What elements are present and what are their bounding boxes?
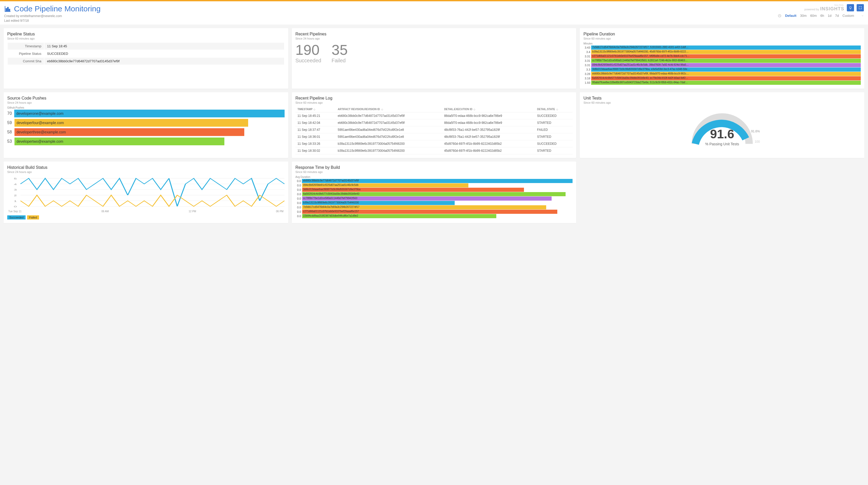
succeeded-value: 190 [296, 43, 321, 57]
column-header[interactable]: DETAIL.EXECUTION ID ◇ [442, 106, 535, 113]
bar-row[interactable]: 0.0b39a13115c9f869e6c3919773004a05754f48… [296, 201, 573, 205]
bar-row[interactable]: 3.4b39a13115c9f869e6c3919773004a05754f48… [583, 50, 861, 54]
bar-label: cc78f0b77be1d2ce580a511449d7fef79941f563… [591, 59, 861, 63]
bar-value: 3.31 [583, 59, 591, 62]
bar-value: 3.4 [583, 51, 591, 54]
bar-row[interactable]: 0.03d6b313daae6ae390872d3c99d555587d9e37… [296, 188, 573, 192]
chevron-down-icon[interactable] [861, 14, 864, 17]
cell-exec: 48cf8f33-76a1-442f-be57-352795a1829f [442, 133, 535, 141]
bar-value: 0.0 [296, 210, 302, 213]
cell-ts: 11 Sep 18:42:04 [296, 119, 336, 126]
lightbulb-button[interactable] [847, 4, 854, 11]
bar-label: developertwo@example.com [14, 138, 224, 145]
kv-key: Pipeline Status [8, 50, 44, 57]
bar-label: developerfour@example.com [14, 119, 248, 127]
bar-row[interactable]: 3.28eb680c38bb0c9e77d64872d7707ad3145d37… [583, 72, 861, 76]
bar-row[interactable]: 0.0eb680c38bb0c9e77d64872d7707ad3145d37e… [296, 179, 573, 183]
cell-exec: 45d9760d-697f-4f1b-8b99-8222402d85b2 [442, 141, 535, 147]
bar-row[interactable]: 3.186a582914c4c6fe577c5841ba5bc39dbb391b… [583, 76, 861, 81]
pipeline-status-table: Timestamp11 Sep 18:45Pipeline StatusSUCC… [7, 42, 285, 65]
cell-state: FAILED [535, 126, 573, 133]
gauge-pct: 91.6% [751, 129, 760, 133]
bar-value: 3.18 [583, 77, 591, 80]
bar-row[interactable]: 58developerthree@example.com [7, 128, 285, 136]
x-label: 06 AM [101, 210, 108, 213]
bar-value: 53 [7, 139, 14, 144]
table-row[interactable]: 11 Sep 18:37:475991ae49be430ad8a04ed676d… [296, 126, 573, 133]
cell-ts: 11 Sep 18:45:21 [296, 113, 336, 119]
legend-failed[interactable]: Failed [27, 215, 39, 219]
bar-label: 094c8b826f3bb91cf225d07aa251ad1c46c9c5db [302, 183, 469, 187]
bar-label: 7e9db17cd5476b64c0a7b69a3c294b267227df17 [302, 205, 546, 209]
time-option-custom[interactable]: Custom [842, 14, 854, 18]
column-header[interactable]: ARTIFACT REVISION.REVISION ID ◇ [336, 106, 442, 113]
bar-label: eb680c38bb0c9e77d64872d7707ad3145d37ef9f [302, 179, 572, 183]
card-source-pushes: Source Code Pushes Since 24 hours ago Gi… [4, 92, 288, 158]
card-since: Since 60 minutes ago [7, 37, 285, 40]
bar-row[interactable]: 3.437e9db17cd5476b64c0a7b69a3c294b267227… [583, 46, 861, 50]
bar-value: 3.31 [583, 64, 591, 67]
bar-value: 0.0 [296, 215, 302, 218]
column-header[interactable]: TIMESTAMP ◇ [296, 106, 336, 113]
bar-value: 3.28 [583, 72, 591, 75]
expand-button[interactable] [857, 4, 864, 11]
bar-row[interactable]: 0.0cc78f0b77be1d2ce580a511449d7fef79941f… [296, 196, 573, 201]
bar-row[interactable]: 0.022b94cdd9aa153f2387d03dbe94fcdf6e7a1d… [296, 214, 573, 218]
bar-label: developerthree@example.com [14, 128, 244, 136]
bar-row[interactable]: 0.07e9db17cd5476b64c0a7b69a3c294b267227d… [296, 205, 573, 209]
bar-row[interactable]: 70developerone@example.com [7, 110, 285, 117]
column-header[interactable]: DETAIL.STATE ◇ [535, 106, 573, 113]
time-option-1d[interactable]: 1d [828, 14, 831, 18]
x-label: Tue Sep 11 [8, 210, 22, 213]
cell-exec: 45d9760d-697f-4f1b-8b99-8222402d85b2 [442, 147, 535, 154]
table-row[interactable]: 11 Sep 18:45:21eb680c38bb0c9e77d64872d77… [296, 113, 573, 119]
gauge-chart: 91.6 % Passing Unit Tests 91.6% 100 [689, 109, 756, 148]
svg-text:1: 1 [14, 200, 17, 202]
time-option-7d[interactable]: 7d [835, 14, 839, 18]
bar-row[interactable]: 3.31cc78f0b77be1d2ce580a511449d7fef79941… [583, 59, 861, 63]
cell-state: SUCCEEDED [535, 113, 573, 119]
cell-ts: 11 Sep 18:36:01 [296, 133, 336, 141]
cell-ts: 11 Sep 18:33:26 [296, 141, 336, 147]
svg-rect-2 [9, 9, 10, 11]
gauge-label: % Passing Unit Tests [705, 142, 739, 146]
card-pipeline-log: Recent Pipeline Log Since 60 minutes ago… [292, 92, 577, 158]
cell-rev: 5991ae49be430ad8a04ed676d7bf22fcd9f2e1e8 [336, 126, 442, 133]
time-option-default[interactable]: Default [785, 14, 797, 18]
table-row: Pipeline StatusSUCCEEDED [8, 50, 284, 57]
axis-label: Minutes [583, 42, 861, 45]
dashboard-title[interactable]: Code Pipeline Monitoring [14, 4, 100, 13]
table-row[interactable]: 11 Sep 18:33:26b39a13115c9f869e6c3919773… [296, 141, 573, 147]
bar-row[interactable]: 3.31094c8b826f3bb91cf225d07aa251ad1c46c9… [583, 63, 861, 67]
bar-label: cc78f0b77be1d2ce580a511449d7fef79941f563 [302, 196, 552, 201]
card-since: Since 60 minutes ago [296, 170, 573, 174]
bar-row[interactable]: 0.06a582914c4c6fe577c5841ba5bc39dbb391b9… [296, 192, 573, 196]
bar-row[interactable]: 1.9395abd7fcee8ec109e80c987ce5043723da27… [583, 81, 861, 85]
bar-label: 22b94cdd9aa153f2387d03dbe94fcdf6e7a1d9e2 [302, 214, 496, 218]
table-row[interactable]: 11 Sep 18:36:015991ae49be430ad8a04ed676d… [296, 133, 573, 141]
bar-label: 6a582914c4c6fe577c5841ba5bc39dbb391b9e43 [302, 192, 565, 196]
svg-text:3: 3 [14, 189, 17, 191]
kv-value: SUCCEEDED [44, 50, 284, 57]
powered-by-label: powered by [804, 8, 819, 11]
line-chart: 543210 Tue Sep 1106 AM12 PM06 PM [7, 176, 285, 214]
table-row[interactable]: 11 Sep 18:42:04eb680c38bb0c9e77d64872d77… [296, 119, 573, 126]
bar-value: 3.43 [583, 46, 591, 49]
bar-row[interactable]: 3.33d6b313daae6ae390872d3c99d555587d9e37… [583, 67, 861, 71]
time-option-30m[interactable]: 30m [800, 14, 806, 18]
card-title: Response Time by Build [296, 165, 573, 170]
bar-row[interactable]: 53developertwo@example.com [7, 138, 285, 145]
bar-row[interactable]: 59developerfour@example.com [7, 119, 285, 127]
table-row[interactable]: 11 Sep 18:30:02b39a13115c9f869e6c3919773… [296, 147, 573, 154]
bar-label: b39a13115c9f869e6c3919773004a05754f48200 [302, 201, 455, 205]
bar-row[interactable]: 0.0c271d66a01121c07b1eb0e9107bef29aaaf6e… [296, 210, 573, 214]
bar-label: 3d6b313daae6ae390872d3c99d555587d9e379ba [302, 188, 524, 192]
bar-value: 0.0 [296, 179, 302, 183]
legend-succeeded[interactable]: Succeeded [7, 215, 26, 219]
time-option-60m[interactable]: 60m [810, 14, 817, 18]
cell-rev: eb680c38bb0c9e77d64872d7707ad3145d37ef9f [336, 113, 442, 119]
bar-row[interactable]: 0.0094c8b826f3bb91cf225d07aa251ad1c46c9c… [296, 183, 573, 187]
time-option-6h[interactable]: 6h [820, 14, 824, 18]
bar-row[interactable]: 3.31c271d66a01121c07b1eb0e9107bef29aaaf6… [583, 54, 861, 58]
card-response-time: Response Time by Build Since 60 minutes … [292, 161, 577, 223]
